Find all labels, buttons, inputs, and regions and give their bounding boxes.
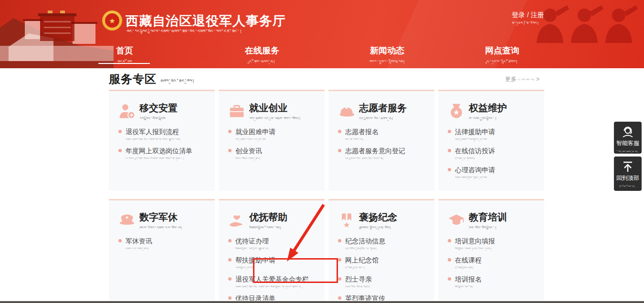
bullet-dot bbox=[338, 149, 341, 152]
smart-customer-service-button[interactable]: 智能客服 རིག་ནུས་ཞབས་ཞུ་བ། bbox=[614, 122, 642, 154]
service-link-startup-info[interactable]: 创业资讯 གསར་གཏོད་གནས་ཚུལ། bbox=[228, 146, 319, 161]
service-link-tibetan: དྲན་གསོའི་བྱེད་སྒོའི་ཆ་འཕྲིན། bbox=[345, 246, 425, 251]
bullet-dot bbox=[228, 277, 232, 281]
service-link-tibetan: གསོ་སྦྱོང་མིང་ཐོ། bbox=[455, 284, 535, 290]
bullet-dot bbox=[448, 239, 451, 242]
card-head: 优抚帮助 གཟིགས་སྐྱོང་རོགས་རམ། bbox=[228, 211, 319, 231]
service-link-tibetan: བཅའ་ཁྲིམས་རོགས་སྐྱོར་ཞུ་ཡིག bbox=[455, 137, 535, 142]
card-head: 就业创业 ལས་ཞུགས་དང་བྱ་བཞག་གསར་གཏོད། bbox=[228, 102, 319, 122]
nav-tab-news[interactable]: 新闻动态 གསར་འགྱུར་འགྲོས་རྣམ། bbox=[370, 45, 405, 64]
service-card-grid: 移交安置 རྩིས་སྤྲོད་བཀོད་སྒྲིག 退役军人报到流程 དམག་… bbox=[109, 90, 544, 301]
service-link-label: 英烈事迹宣传 bbox=[345, 294, 385, 301]
bullet-dot bbox=[338, 258, 341, 261]
service-link-veteran-checkin-process[interactable]: 退役军人报到流程 དམག་ཞབས་ཐིམ་པའི་དམག་མི་ཐོ་འགོད་… bbox=[118, 127, 209, 142]
service-link-tibetan: ལོ་འཁོར་དྲ་ཐོག་གཉིས་འདེམས་གནས་གཞིའི་ཐོ་ག… bbox=[126, 156, 206, 161]
card-head: 数字军休 གྲངས་འཁོར་དམག་ངལ་གསོ་བ། bbox=[118, 211, 209, 231]
more-label: 更多 bbox=[505, 75, 517, 84]
section-title: 服务专区 bbox=[109, 72, 157, 87]
service-link-training-intent[interactable]: 培训意向填报 གསོ་སྦྱོང་བསམ་འདུན་འགེང་འབུལ། bbox=[448, 237, 538, 251]
service-link-label: 年度网上双选岗位清单 bbox=[126, 147, 192, 155]
active-tab-underline bbox=[98, 63, 150, 64]
volunteer-cap-icon bbox=[338, 103, 355, 120]
card-title-tibetan: ལས་ཞུགས་དང་བྱ་བཞག་གསར་གཏོད། bbox=[249, 116, 301, 122]
service-link-assistance-application[interactable]: 帮扶援助申请 རོགས་སྐྱོར་ཞུ་ཡིག bbox=[228, 256, 319, 271]
chevron-right-icon: > bbox=[536, 76, 539, 83]
service-link-online-petition[interactable]: 在线信访投诉 དྲ་ཐོག་ཞུ་གཏུགས། bbox=[448, 146, 538, 161]
service-link-tibetan: དམག་ཞབས་ཐིམ་པའི་དམག་མི་ཐོ་འགོད་བརྒྱུད་རི… bbox=[126, 137, 206, 142]
potala-palace-image bbox=[0, 0, 114, 68]
smart-customer-service-label: 智能客服 bbox=[615, 139, 641, 147]
login-register-label[interactable]: 登录 / 注册 bbox=[512, 11, 544, 20]
card-title: 就业创业 bbox=[249, 102, 301, 115]
bullet-dot bbox=[338, 239, 341, 242]
bullet-dot bbox=[338, 130, 341, 133]
back-to-top-button[interactable]: 回到顶部 རྩེ་མོར་ལོག་པ། bbox=[614, 157, 642, 191]
nav-tab-label: 首页 bbox=[116, 45, 133, 56]
card-volunteer-service: 志愿者服务 དང་བླངས་པའི་ཞབས་ཞུ། 志愿者报名 མིང་ཐོ་འ… bbox=[328, 90, 434, 191]
bullet-dot bbox=[448, 258, 451, 261]
card-head: 褒扬纪念 བསྔགས་བརྗོད་དྲན་གསོ། bbox=[338, 211, 429, 231]
card-head: 权益维护 ཁེ་དབང་སྲུང་སྐྱོང་། bbox=[448, 102, 538, 122]
service-link-retirement-info[interactable]: 军休资讯 དམག་ངལ་གནས་ཚུལ། bbox=[118, 237, 209, 251]
card-title-tibetan: བསྔགས་བརྗོད་དྲན་གསོ། bbox=[359, 226, 397, 231]
card-rights-protection: 权益维护 ཁེ་དབང་སྲུང་སྐྱོང་། 法律援助申请 བཅའ་ཁྲིམ… bbox=[438, 90, 544, 191]
service-link-training-signup[interactable]: 培训报名 གསོ་སྦྱོང་མིང་ཐོ། bbox=[448, 275, 538, 290]
service-link-legal-aid[interactable]: 法律援助申请 བཅའ་ཁྲིམས་རོགས་སྐྱོར་ཞུ་ཡིག bbox=[448, 127, 538, 142]
bullet-dot bbox=[228, 296, 232, 300]
card-transfer-placement: 移交安置 རྩིས་སྤྲོད་བཀོད་སྒྲིག 退役军人报到流程 དམག་… bbox=[109, 90, 215, 191]
service-link-label: 军休资讯 bbox=[126, 237, 152, 245]
nav-tab-tibetan: གསར་འགྱུར་འགྲོས་རྣམ། bbox=[370, 59, 405, 64]
card-title: 权益维护 bbox=[469, 102, 507, 115]
card-title: 志愿者服务 bbox=[359, 102, 407, 115]
bullet-dot bbox=[448, 149, 451, 152]
footer-strip bbox=[0, 301, 644, 303]
nav-tab-branch-query[interactable]: 网点查询 དྲ་འཛུལ་འདྲི་ཚོགས། bbox=[485, 45, 519, 64]
service-link-label: 在线信访投诉 bbox=[455, 147, 495, 155]
service-link-psych-counseling[interactable]: 心理咨询申请 སེམས་ཁམས་གྲོས་འདྲིའི་ཞུ་ཡིག bbox=[448, 166, 538, 180]
service-link-tibetan: གསར་གཏོད་གནས་ཚུལ། bbox=[235, 156, 316, 161]
service-link-label: 培训报名 bbox=[455, 275, 482, 283]
bullet-dot bbox=[228, 130, 232, 133]
service-link-volunteer-intent[interactable]: 志愿者服务意向登记 དང་བླངས་པའི་ཞབས་ཞུའི་འདོད་ཐོ། bbox=[338, 146, 429, 161]
card-title-tibetan: ཁེ་དབང་སྲུང་སྐྱོང་། bbox=[469, 116, 507, 122]
bullet-dot bbox=[338, 277, 341, 281]
section-header: 服务专区 ཞབས་ཞུའི་ཆེད་ཁུལ། bbox=[109, 72, 195, 87]
military-hat-icon bbox=[118, 212, 136, 229]
nav-tab-label: 网点查询 bbox=[485, 45, 519, 56]
more-link[interactable]: 更多 དེ་ལས་མང་བ། > bbox=[505, 75, 548, 84]
service-link-employment-difficulty[interactable]: 就业困难申请 ལས་ཞུགས་དཀའ་ངལ་ཞུ་ཡིག bbox=[228, 127, 319, 142]
service-link-heroic-deeds[interactable]: 英烈事迹宣传 དཔའ་བོའི་བྱས་རྗེས་དྲིལ་བསྒྲགས། bbox=[338, 294, 429, 301]
service-link-online-memorial-hall[interactable]: 网上纪念馆 དྲ་ཐོག་དྲན་ཁང་། bbox=[338, 256, 429, 271]
service-link-volunteer-signup[interactable]: 志愿者报名 མིང་ཐོ་འགོད་པ། bbox=[338, 127, 429, 142]
login-register[interactable]: 登录 / 注册 ཐོ་འཇུག / ཐོ་འགོད། bbox=[512, 11, 544, 26]
bullet-dot bbox=[228, 258, 232, 261]
site-title: 西藏自治区退役军人事务厅 bbox=[126, 12, 286, 30]
nav-tab-home[interactable]: 首页 མདུན་ཤོག bbox=[116, 45, 133, 64]
site-header: ★ 西藏自治区退役军人事务厅 བོད་རང་སྐྱོང་ལྗོངས་དམག་ཞབ… bbox=[0, 0, 644, 68]
service-link-preferential-card[interactable]: 优待证办理 གཟིགས་སྐྱོང་ལག་ཁྱེར་བསྒྲུབ་པ། bbox=[228, 237, 319, 251]
service-link-preferential-catalog[interactable]: 优待目录清单 གཟིགས་སྐྱོང་དཀར་ཆག་ཐོ་གཞུང་། bbox=[228, 294, 319, 301]
card-employment: 就业创业 ལས་ཞུགས་དང་བྱ་བཞག་གསར་གཏོད། 就业困难申请 … bbox=[219, 90, 325, 191]
emblem-star-icon: ★ bbox=[105, 13, 119, 28]
service-link-label: 优待证办理 bbox=[235, 237, 269, 245]
bullet-dot bbox=[118, 130, 122, 133]
person-arrow-icon bbox=[118, 103, 136, 120]
card-title-tibetan: རྩིས་སྤྲོད་བཀོད་སྒྲིག bbox=[139, 116, 178, 122]
hand-heart-icon bbox=[228, 212, 245, 229]
nav-tab-label: 在线服务 bbox=[245, 45, 279, 56]
more-tibetan: དེ་ལས་མང་བ། bbox=[518, 77, 535, 83]
nav-tab-online-services[interactable]: 在线服务 དྲ་ཐོག་ཞབས་ཞུ། bbox=[245, 45, 279, 64]
back-to-top-tibetan: རྩེ་མོར་ལོག་པ། bbox=[615, 184, 640, 189]
service-link-online-courses[interactable]: 在线课程 དྲ་ཐོག་སློབ་ཚན། bbox=[448, 256, 538, 271]
service-link-tibetan: ལས་ཞུགས་དཀའ་ངལ་ཞུ་ཡིག bbox=[235, 137, 316, 142]
service-link-label: 心理咨询申请 bbox=[455, 166, 495, 174]
service-link-tibetan: དམག་ཞབས་ཐིམ་པའི་དམག་མིར་གཅེས་སྐྱོང་མ་དངུ… bbox=[235, 284, 316, 290]
service-link-label: 在线课程 bbox=[455, 256, 482, 264]
service-link-annual-job-list[interactable]: 年度网上双选岗位清单 ལོ་འཁོར་དྲ་ཐོག་གཉིས་འདེམས་གནས… bbox=[118, 146, 209, 161]
service-link-veteran-care-fund-column[interactable]: 退役军人关爱基金会专栏 དམག་ཞབས་ཐིམ་པའི་དམག་མིར་གཅེས… bbox=[228, 275, 319, 290]
card-title-tibetan: སློབ་གསོ་གསོ་སྦྱོང་། bbox=[469, 226, 507, 231]
card-title-tibetan: གཟིགས་སྐྱོང་རོགས་རམ། bbox=[249, 226, 287, 231]
service-link-memorial-events[interactable]: 纪念活动信息 དྲན་གསོའི་བྱེད་སྒོའི་ཆ་འཕྲིན། bbox=[338, 237, 429, 251]
service-link-label: 帮扶援助申请 bbox=[235, 256, 275, 264]
service-link-martyr-family-search[interactable]: 烈士寻亲 དཔའ་བོའི་གཉེན་འཚོལ། bbox=[338, 275, 429, 290]
